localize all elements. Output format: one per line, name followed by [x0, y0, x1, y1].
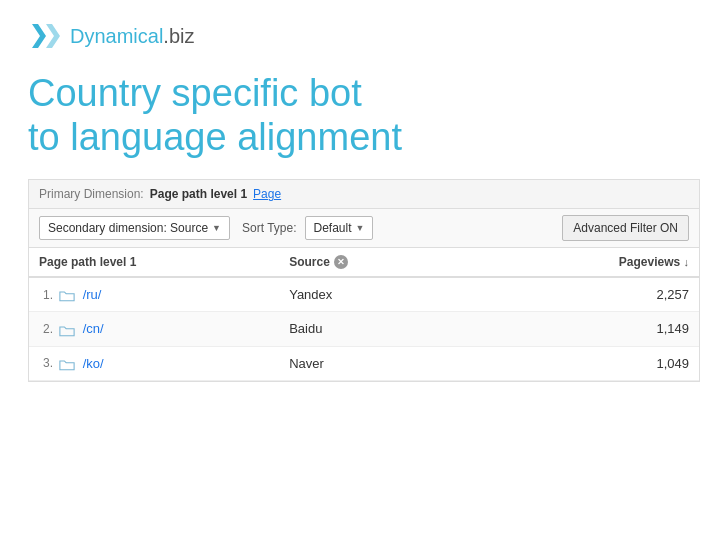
table-row: 1. /ru/ Yandex 2,257: [29, 277, 699, 312]
row-source: Naver: [279, 346, 475, 380]
folder-icon: [59, 289, 75, 302]
row-path-cell: /ko/: [57, 346, 279, 380]
row-path-link[interactable]: /ru/: [83, 287, 102, 302]
folder-icon: [59, 324, 75, 337]
logo-text: Dynamical.biz: [70, 25, 194, 48]
sort-down-icon: ↓: [684, 256, 690, 268]
data-table: Page path level 1 Source ✕ Pageviews ↓ 1…: [29, 248, 699, 380]
chevron-down-icon: ▼: [212, 223, 221, 233]
row-path-link[interactable]: /ko/: [83, 356, 104, 371]
svg-marker-1: [46, 24, 60, 48]
row-number: 1.: [29, 277, 57, 312]
row-source: Baidu: [279, 312, 475, 346]
logo-icon: [28, 18, 64, 54]
remove-source-filter-icon[interactable]: ✕: [334, 255, 348, 269]
secondary-dimension-dropdown[interactable]: Secondary dimension: Source ▼: [39, 216, 230, 240]
row-pageviews: 1,149: [475, 312, 699, 346]
table-row: 2. /cn/ Baidu 1,149: [29, 312, 699, 346]
primary-dimension-row: Primary Dimension: Page path level 1 Pag…: [29, 180, 699, 209]
col-page-path-header: Page path level 1: [29, 248, 279, 277]
sort-type-dropdown[interactable]: Default ▼: [305, 216, 374, 240]
primary-dimension-label: Primary Dimension:: [39, 187, 144, 201]
primary-dimension-page-link[interactable]: Page: [253, 187, 281, 201]
controls-row: Secondary dimension: Source ▼ Sort Type:…: [29, 209, 699, 248]
primary-dimension-active[interactable]: Page path level 1: [150, 187, 247, 201]
row-path-cell: /ru/: [57, 277, 279, 312]
title-section: Country specific bot to language alignme…: [0, 64, 728, 179]
folder-icon: [59, 358, 75, 371]
row-pageviews: 2,257: [475, 277, 699, 312]
svg-marker-0: [32, 24, 46, 48]
advanced-filter-button[interactable]: Advanced Filter ON: [562, 215, 689, 241]
analytics-panel: Primary Dimension: Page path level 1 Pag…: [28, 179, 700, 381]
table-header-row: Page path level 1 Source ✕ Pageviews ↓: [29, 248, 699, 277]
row-pageviews: 1,049: [475, 346, 699, 380]
header: Dynamical.biz: [0, 0, 728, 64]
logo: Dynamical.biz: [28, 18, 194, 54]
row-source: Yandex: [279, 277, 475, 312]
row-path-link[interactable]: /cn/: [83, 321, 104, 336]
chevron-down-icon-sort: ▼: [356, 223, 365, 233]
col-source-header: Source ✕: [279, 248, 475, 277]
row-path-cell: /cn/: [57, 312, 279, 346]
col-pageviews-header: Pageviews ↓: [475, 248, 699, 277]
row-number: 2.: [29, 312, 57, 346]
row-number: 3.: [29, 346, 57, 380]
sort-type-label: Sort Type:: [242, 221, 296, 235]
page-title: Country specific bot to language alignme…: [28, 72, 700, 159]
table-row: 3. /ko/ Naver 1,049: [29, 346, 699, 380]
